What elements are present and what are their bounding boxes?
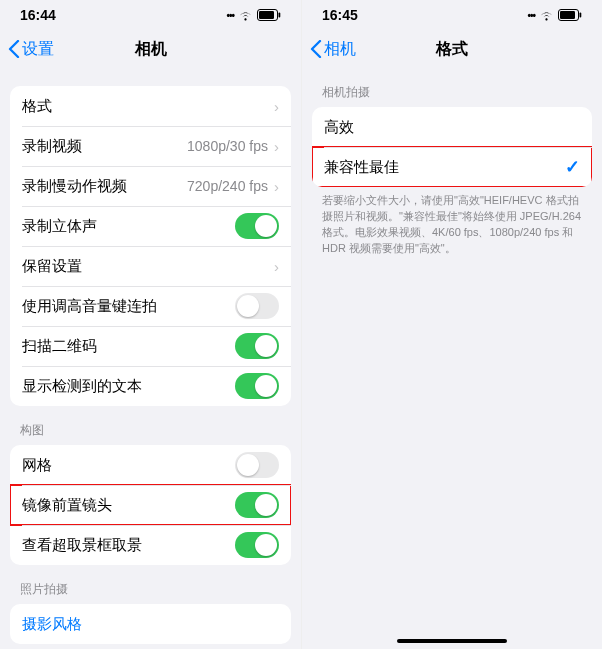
page-title: 相机 (135, 39, 167, 60)
cellular-icon: ••• (226, 10, 234, 21)
status-bar: 16:45 ••• (302, 0, 602, 30)
status-bar: 16:44 ••• (0, 0, 301, 30)
footer-photographic-styles: 将你的个人审美带进摄影作品，使照片更加个性化。"摄影风格"使用先进的场景理解技术… (10, 644, 291, 649)
row-detected-text: 显示检测到的文本 (10, 366, 291, 406)
toggle-mirror-front[interactable] (235, 492, 279, 518)
row-photographic-styles[interactable]: 摄影风格 (10, 604, 291, 644)
svg-rect-5 (580, 13, 582, 18)
wifi-icon (238, 10, 253, 21)
chevron-right-icon: › (274, 98, 279, 115)
row-view-outside-frame: 查看超取景框取景 (10, 525, 291, 565)
toggle-grid[interactable] (235, 452, 279, 478)
settings-group-photo-capture: 摄影风格 (10, 604, 291, 644)
chevron-right-icon: › (274, 258, 279, 275)
settings-group-composition: 网格 镜像前置镜头 查看超取景框取景 (10, 445, 291, 565)
nav-bar: 设置 相机 (0, 30, 301, 68)
battery-icon (257, 9, 281, 21)
section-header-composition: 构图 (10, 406, 291, 445)
toggle-stereo[interactable] (235, 213, 279, 239)
toggle-scan-qr[interactable] (235, 333, 279, 359)
status-time: 16:44 (20, 7, 56, 23)
row-scan-qr: 扫描二维码 (10, 326, 291, 366)
battery-icon (558, 9, 582, 21)
section-header-photo-capture: 照片拍摄 (10, 565, 291, 604)
status-time: 16:45 (322, 7, 358, 23)
settings-group-1: 格式 › 录制视频 1080p/30 fps › 录制慢动作视频 720p/24… (10, 86, 291, 406)
phone-camera-settings: 16:44 ••• 设置 相机 格式 › 录制视频 1080p/30 (0, 0, 301, 649)
row-most-compatible[interactable]: 兼容性最佳 ✓ (312, 147, 592, 187)
row-formats[interactable]: 格式 › (10, 86, 291, 126)
row-high-efficiency[interactable]: 高效 (312, 107, 592, 147)
footer-formats: 若要缩小文件大小，请使用"高效"HEIF/HEVC 格式拍摄照片和视频。"兼容性… (312, 187, 592, 257)
status-indicators: ••• (226, 9, 281, 21)
back-button[interactable]: 相机 (310, 39, 356, 60)
formats-group: 高效 兼容性最佳 ✓ (312, 107, 592, 187)
svg-rect-1 (259, 11, 274, 19)
row-stereo: 录制立体声 (10, 206, 291, 246)
row-mirror-front: 镜像前置镜头 (10, 485, 291, 525)
page-title: 格式 (436, 39, 468, 60)
nav-bar: 相机 格式 (302, 30, 602, 68)
cellular-icon: ••• (527, 10, 535, 21)
phone-formats-settings: 16:45 ••• 相机 格式 相机拍摄 高效 兼容性最佳 ✓ (301, 0, 602, 649)
toggle-view-outside-frame[interactable] (235, 532, 279, 558)
status-indicators: ••• (527, 9, 582, 21)
wifi-icon (539, 10, 554, 21)
row-record-video[interactable]: 录制视频 1080p/30 fps › (10, 126, 291, 166)
chevron-right-icon: › (274, 178, 279, 195)
chevron-right-icon: › (274, 138, 279, 155)
svg-rect-4 (560, 11, 575, 19)
home-indicator[interactable] (397, 639, 507, 643)
toggle-volume-burst[interactable] (235, 293, 279, 319)
row-volume-burst: 使用调高音量键连拍 (10, 286, 291, 326)
checkmark-icon: ✓ (565, 156, 580, 178)
row-record-slomo[interactable]: 录制慢动作视频 720p/240 fps › (10, 166, 291, 206)
back-button[interactable]: 设置 (8, 39, 54, 60)
row-preserve-settings[interactable]: 保留设置 › (10, 246, 291, 286)
section-header-camera-capture: 相机拍摄 (312, 68, 592, 107)
chevron-left-icon (310, 40, 322, 58)
back-label: 设置 (22, 39, 54, 60)
svg-rect-2 (279, 13, 281, 18)
row-grid: 网格 (10, 445, 291, 485)
back-label: 相机 (324, 39, 356, 60)
toggle-detected-text[interactable] (235, 373, 279, 399)
chevron-left-icon (8, 40, 20, 58)
content: 相机拍摄 高效 兼容性最佳 ✓ 若要缩小文件大小，请使用"高效"HEIF/HEV… (302, 68, 602, 649)
content: 格式 › 录制视频 1080p/30 fps › 录制慢动作视频 720p/24… (0, 68, 301, 649)
